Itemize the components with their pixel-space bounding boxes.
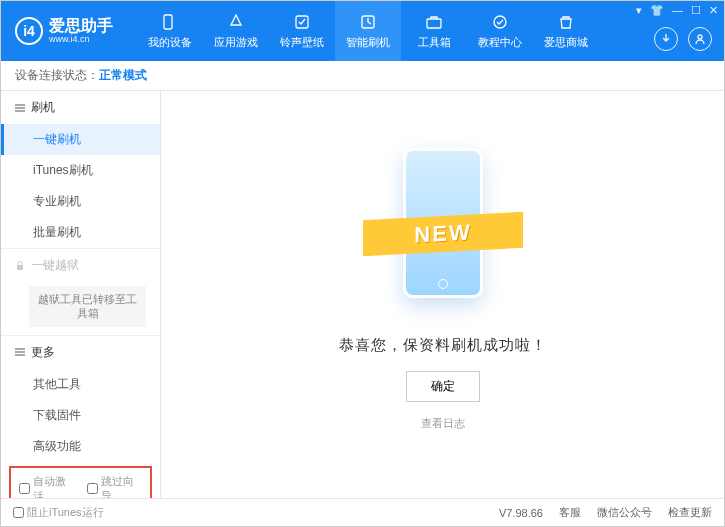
user-button[interactable] (688, 27, 712, 51)
view-log-link[interactable]: 查看日志 (421, 416, 465, 431)
expand-icon (15, 347, 25, 357)
maximize-icon[interactable]: ☐ (691, 4, 701, 17)
footer-link-support[interactable]: 客服 (559, 505, 581, 520)
skip-wizard-checkbox[interactable]: 跳过向导 (87, 474, 143, 498)
nav-item-6[interactable]: 爱思商城 (533, 1, 599, 61)
nav-item-4[interactable]: 工具箱 (401, 1, 467, 61)
sidebar-item[interactable]: 其他工具 (1, 369, 160, 400)
ok-button[interactable]: 确定 (406, 371, 480, 402)
footer: 阻止iTunes运行 V7.98.66 客服 微信公众号 检查更新 (1, 498, 724, 526)
app-name: 爱思助手 (49, 18, 113, 34)
jailbreak-note: 越狱工具已转移至工具箱 (29, 286, 146, 327)
app-logo: i4 爱思助手 www.i4.cn (1, 17, 127, 45)
section-label: 刷机 (31, 99, 55, 116)
nav-item-5[interactable]: 教程中心 (467, 1, 533, 61)
footer-link-wechat[interactable]: 微信公众号 (597, 505, 652, 520)
nav-item-0[interactable]: 我的设备 (137, 1, 203, 61)
nav-icon (490, 12, 510, 32)
nav-icon (556, 12, 576, 32)
sidebar-item[interactable]: 下载固件 (1, 400, 160, 431)
nav-icon (424, 12, 444, 32)
main-content: NEW 恭喜您，保资料刷机成功啦！ 确定 查看日志 (161, 91, 724, 498)
menu-icon[interactable]: ▾ (636, 4, 642, 17)
nav-icon (358, 12, 378, 32)
footer-link-update[interactable]: 检查更新 (668, 505, 712, 520)
sidebar-section-flash[interactable]: 刷机 (1, 91, 160, 124)
window-controls: ▾ 👕 — ☐ ✕ (636, 4, 718, 17)
nav-item-3[interactable]: 智能刷机 (335, 1, 401, 61)
sidebar-item[interactable]: 专业刷机 (1, 186, 160, 217)
block-itunes-checkbox[interactable]: 阻止iTunes运行 (13, 505, 104, 520)
svg-rect-3 (427, 19, 441, 28)
sidebar-section-more[interactable]: 更多 (1, 336, 160, 369)
nav-icon (292, 12, 312, 32)
tshirt-icon[interactable]: 👕 (650, 4, 664, 17)
nav-item-1[interactable]: 应用游戏 (203, 1, 269, 61)
auto-activate-checkbox[interactable]: 自动激活 (19, 474, 75, 498)
sidebar: 刷机 一键刷机iTunes刷机专业刷机批量刷机 一键越狱 越狱工具已转移至工具箱… (1, 91, 161, 498)
expand-icon (15, 103, 25, 113)
status-label: 设备连接状态： (15, 67, 99, 84)
sidebar-item[interactable]: 批量刷机 (1, 217, 160, 248)
status-mode: 正常模式 (99, 67, 147, 84)
sidebar-item[interactable]: 一键刷机 (1, 124, 160, 155)
success-illustration: NEW (373, 138, 513, 318)
svg-rect-6 (17, 265, 23, 270)
status-bar: 设备连接状态： 正常模式 (1, 61, 724, 91)
download-button[interactable] (654, 27, 678, 51)
svg-point-5 (698, 35, 702, 39)
close-icon[interactable]: ✕ (709, 4, 718, 17)
section-label: 一键越狱 (31, 257, 79, 274)
app-header: i4 爱思助手 www.i4.cn 我的设备应用游戏铃声壁纸智能刷机工具箱教程中… (1, 1, 724, 61)
sidebar-section-jailbreak: 一键越狱 (1, 249, 160, 282)
nav-icon (226, 12, 246, 32)
options-highlight: 自动激活 跳过向导 (9, 466, 152, 498)
new-badge: NEW (363, 212, 523, 256)
minimize-icon[interactable]: — (672, 4, 683, 17)
logo-icon: i4 (15, 17, 43, 45)
success-message: 恭喜您，保资料刷机成功啦！ (339, 336, 547, 355)
sidebar-item[interactable]: 高级功能 (1, 431, 160, 462)
svg-point-4 (494, 16, 506, 28)
section-label: 更多 (31, 344, 55, 361)
sidebar-item[interactable]: iTunes刷机 (1, 155, 160, 186)
app-url: www.i4.cn (49, 34, 113, 44)
svg-rect-0 (164, 15, 172, 29)
main-nav: 我的设备应用游戏铃声壁纸智能刷机工具箱教程中心爱思商城 (137, 1, 599, 61)
nav-item-2[interactable]: 铃声壁纸 (269, 1, 335, 61)
lock-icon (15, 261, 25, 271)
nav-icon (160, 12, 180, 32)
version-label: V7.98.66 (499, 507, 543, 519)
